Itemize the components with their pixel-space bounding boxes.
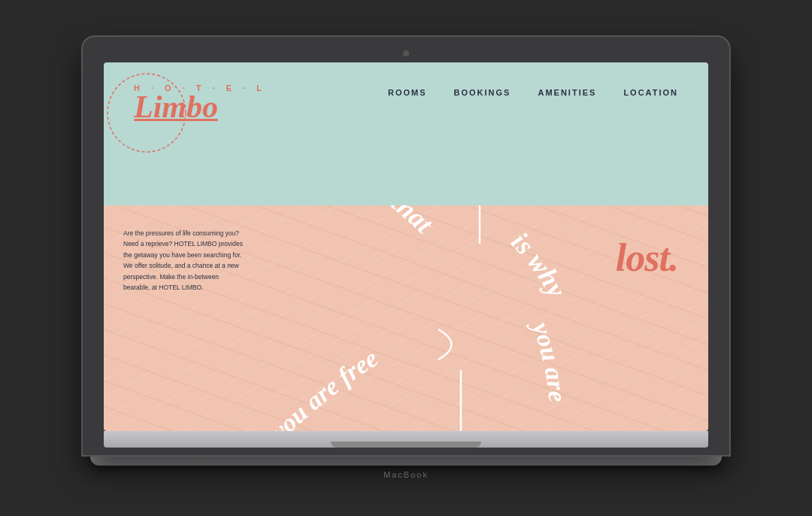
header: H · O · T · E · L Limbo ROOMS BOOKINGS A… xyxy=(104,62,708,205)
main-content: Are the pressures of life consuming you?… xyxy=(104,205,708,431)
svg-text:that: that xyxy=(386,205,439,239)
nav-amenities[interactable]: AMENITIES xyxy=(538,88,596,97)
lost-text: lost. xyxy=(616,235,678,280)
laptop-container: H · O · T · E · L Limbo ROOMS BOOKINGS A… xyxy=(83,37,729,479)
macbook-label: MacBook xyxy=(83,470,729,479)
nav-bookings[interactable]: BOOKINGS xyxy=(454,88,511,97)
svg-text:you are: you are xyxy=(526,316,571,403)
nav-rooms[interactable]: ROOMS xyxy=(388,88,427,97)
nav-location[interactable]: LOCATION xyxy=(623,88,678,97)
body-text: Are the pressures of life consuming you?… xyxy=(123,228,244,293)
screen: H · O · T · E · L Limbo ROOMS BOOKINGS A… xyxy=(104,62,708,431)
website: H · O · T · E · L Limbo ROOMS BOOKINGS A… xyxy=(104,62,708,431)
logo-area: H · O · T · E · L Limbo xyxy=(134,83,266,123)
laptop-camera xyxy=(403,50,409,56)
laptop-screen-bezel: H · O · T · E · L Limbo ROOMS BOOKINGS A… xyxy=(83,37,729,455)
logo-limbo: Limbo xyxy=(134,91,218,123)
svg-text:.you are free: .you are free xyxy=(261,344,383,431)
svg-text:is why: is why xyxy=(505,226,572,303)
nav: ROOMS BOOKINGS AMENITIES LOCATION xyxy=(388,88,678,97)
curved-text-svg: and that is why xyxy=(239,205,630,431)
laptop-bottom xyxy=(90,455,722,466)
laptop-base xyxy=(104,431,708,448)
